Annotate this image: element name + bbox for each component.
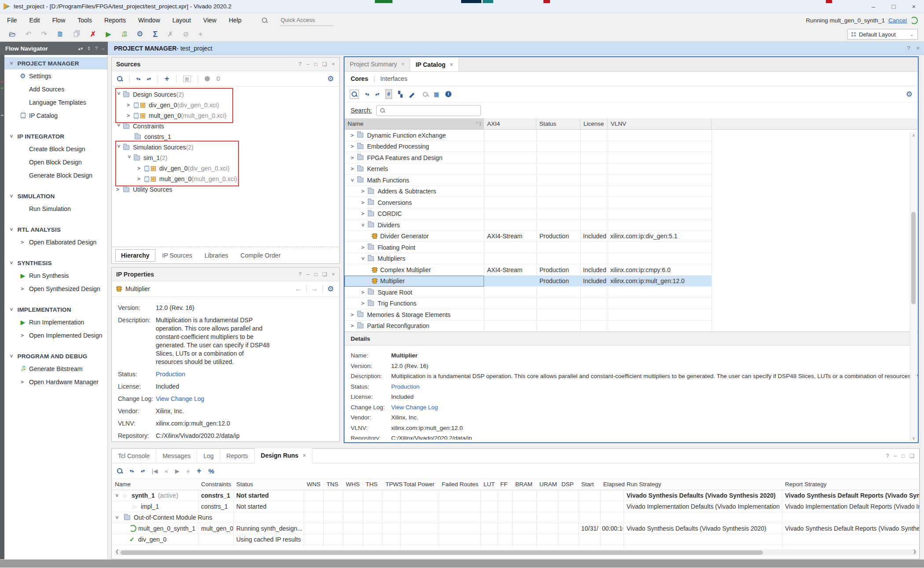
- close-icon[interactable]: ×: [916, 45, 920, 51]
- close-icon[interactable]: ×: [332, 61, 335, 67]
- close-icon[interactable]: ×: [450, 62, 453, 68]
- scrollbar-thumb[interactable]: [121, 550, 763, 555]
- sidebar-item-run-simulation[interactable]: Run Simulation: [4, 202, 107, 215]
- maximize-button[interactable]: □: [884, 0, 904, 13]
- stop-icon[interactable]: ✗: [90, 31, 96, 38]
- tree-item-embedded-processing[interactable]: >Embedded Processing: [345, 141, 711, 153]
- new-file-icon[interactable]: 🗎: [57, 31, 64, 38]
- sidebar-item-ip-integrator[interactable]: >IP INTEGRATOR: [4, 130, 107, 142]
- tab-libraries[interactable]: Libraries: [199, 250, 234, 261]
- maximize-icon[interactable]: □: [902, 453, 905, 459]
- menu-window[interactable]: Window: [138, 17, 160, 24]
- column-header-status[interactable]: Status: [233, 479, 304, 490]
- run-row-div-gen-0[interactable]: ✓ div_gen_0 Using cached IP results: [112, 534, 920, 545]
- tree-item-sim-div-gen-0[interactable]: >div_gen_0 (div_gen_0.xci): [137, 163, 230, 174]
- float-icon[interactable]: ❏: [322, 61, 327, 67]
- minimize-panel-icon[interactable]: ‒: [102, 46, 104, 51]
- generate-bitstream-icon[interactable]: ↓0110: [121, 31, 127, 38]
- tree-item-sim-mult-gen-0[interactable]: >mult_gen_0 (mult_gen_0.xci): [137, 174, 237, 184]
- column-header-failed-routes[interactable]: Failed Routes: [439, 479, 480, 490]
- tree-item-multipliers[interactable]: >Multipliers: [345, 253, 711, 265]
- detail-status-link[interactable]: Production: [391, 383, 420, 391]
- tree-item-utility-sources[interactable]: >Utility Sources: [116, 184, 172, 195]
- column-header-constraints[interactable]: Constraints: [198, 479, 233, 490]
- collapse-all-icon[interactable]: ▾▴: [365, 93, 369, 95]
- menu-flow[interactable]: Flow: [52, 17, 66, 24]
- tab-messages[interactable]: Messages: [156, 449, 197, 463]
- column-header-name[interactable]: Name: [112, 479, 198, 490]
- tree-item-kernels[interactable]: >Kernels: [345, 164, 711, 175]
- float-icon[interactable]: ❏: [322, 271, 327, 277]
- help-icon[interactable]: ?: [299, 61, 302, 67]
- column-header-uram[interactable]: URAM: [536, 479, 558, 490]
- column-header-start[interactable]: Start: [578, 479, 600, 490]
- info-icon[interactable]: i: [445, 91, 451, 97]
- tree-item-fpga-features[interactable]: >FPGA Features and Design: [345, 152, 711, 164]
- settings-gear-icon[interactable]: ⚙: [327, 284, 334, 294]
- close-button[interactable]: ×: [904, 0, 924, 13]
- tab-compile-order[interactable]: Compile Order: [235, 250, 286, 261]
- tree-item-constrs-1[interactable]: constrs_1: [135, 131, 171, 142]
- status-link[interactable]: Production: [156, 370, 271, 379]
- minimize-button[interactable]: –: [863, 0, 884, 13]
- add-sources-icon[interactable]: +: [165, 74, 169, 84]
- column-header-bram[interactable]: BRAM: [512, 479, 536, 490]
- tree-item-constraints[interactable]: >Constraints: [116, 121, 164, 131]
- create-runs-icon[interactable]: +: [197, 466, 202, 476]
- tab-ip-sources[interactable]: IP Sources: [157, 250, 198, 261]
- scroll-right-icon[interactable]: ❯: [913, 549, 917, 554]
- expand-all-icon[interactable]: ▴▾: [147, 77, 151, 80]
- tree-item-multiplier-selected[interactable]: Multiplier ProductionIncludedxilinx.com:…: [345, 276, 711, 287]
- column-header-license[interactable]: License: [580, 118, 608, 129]
- column-header-status[interactable]: Status: [536, 118, 580, 129]
- tree-item-sim-1[interactable]: >sim_1 (2): [127, 153, 167, 163]
- percent-icon[interactable]: %: [208, 467, 214, 475]
- menu-layout[interactable]: Layout: [172, 17, 191, 24]
- column-header-axi4[interactable]: AXI4: [484, 118, 536, 129]
- cancel-run-link[interactable]: Cancel: [888, 17, 907, 24]
- filter-incompatible-icon[interactable]: #: [385, 89, 392, 99]
- search-icon[interactable]: [350, 90, 359, 99]
- collapse-all-icon[interactable]: ▾▴: [130, 470, 134, 472]
- redo-icon[interactable]: ↷: [41, 31, 47, 38]
- column-header-tpws[interactable]: TPWS: [382, 479, 400, 490]
- expand-all-icon[interactable]: ⇕: [87, 46, 91, 51]
- tree-item-cordic[interactable]: >CORDIC: [345, 208, 711, 220]
- tree-item-conversions[interactable]: >Conversions: [345, 197, 711, 208]
- menu-file[interactable]: File: [7, 17, 17, 24]
- sidebar-item-project-manager[interactable]: >PROJECT MANAGER: [4, 57, 107, 69]
- help-icon[interactable]: ?: [95, 46, 98, 51]
- tree-item-math-functions[interactable]: >Math Functions: [345, 175, 711, 186]
- run-row-synth-1[interactable]: > ▷ synth_1 (active) constrs_1 Not start…: [112, 490, 920, 501]
- collapse-all-icon[interactable]: ▴▾: [78, 46, 83, 51]
- sidebar-item-open-hardware-manager[interactable]: >Open Hardware Manager: [4, 375, 107, 389]
- tab-reports[interactable]: Reports: [220, 449, 255, 463]
- run-row-ooc-group[interactable]: > Out-of-Context Module Runs: [112, 512, 920, 523]
- help-icon[interactable]: ?: [299, 271, 302, 277]
- column-header-ff[interactable]: FF: [497, 479, 512, 490]
- column-header-elapsed[interactable]: Elapsed: [600, 479, 623, 490]
- tab-design-runs[interactable]: Design Runs×: [255, 448, 313, 463]
- column-header-dsp[interactable]: DSP: [558, 479, 578, 490]
- run-row-impl-1[interactable]: ▷ impl_1 constrs_1 Not started Vivado Im…: [112, 501, 920, 512]
- tree-item-design-sources[interactable]: >Design Sources (2): [116, 89, 184, 100]
- detail-change-log-link[interactable]: View Change Log: [391, 404, 438, 411]
- column-header-whs[interactable]: WHS: [343, 479, 363, 490]
- tree-item-divider-generator[interactable]: Divider Generator AXI4-StreamProductionI…: [345, 231, 711, 242]
- catalog-search-input[interactable]: [376, 105, 481, 116]
- sidebar-item-run-implementation[interactable]: ▶Run Implementation: [4, 316, 107, 329]
- sidebar-item-create-block-design[interactable]: Create Block Design: [4, 142, 107, 156]
- vertical-scrollbar[interactable]: ∧ ∨: [910, 132, 917, 441]
- minimize-icon[interactable]: ‒: [894, 453, 897, 459]
- maximize-icon[interactable]: □: [314, 271, 317, 277]
- minimize-icon[interactable]: ‒: [306, 271, 309, 277]
- scrollbar-thumb[interactable]: [911, 212, 916, 304]
- close-icon[interactable]: ×: [332, 271, 335, 277]
- tree-item-div-gen-0[interactable]: >div_gen_0 (div_gen_0.xci): [127, 100, 219, 110]
- menu-view[interactable]: View: [203, 17, 216, 24]
- group-by-icon[interactable]: ▚: [398, 91, 403, 98]
- tab-hierarchy[interactable]: Hierarchy: [115, 249, 155, 262]
- tree-item-floating-point[interactable]: >Floating Point: [345, 242, 711, 253]
- menu-reports[interactable]: Reports: [104, 17, 126, 24]
- column-header-ths[interactable]: THS: [363, 479, 382, 490]
